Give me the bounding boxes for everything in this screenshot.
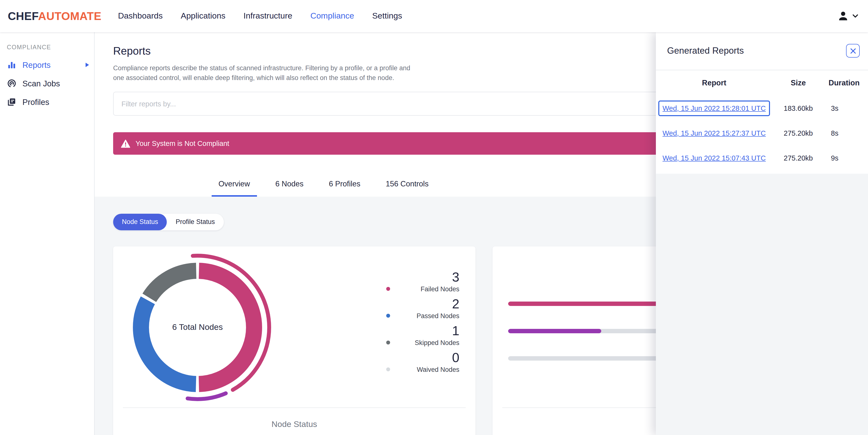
- sidebar-item-reports[interactable]: Reports: [0, 56, 94, 74]
- report-duration: 3s: [825, 104, 863, 112]
- nav-infrastructure[interactable]: Infrastructure: [244, 11, 292, 21]
- legend-label: Waived Nodes: [390, 366, 459, 373]
- node-status-donut-chart: 6 Total Nodes: [123, 253, 272, 402]
- user-menu[interactable]: [837, 10, 858, 22]
- sidebar-section-label: COMPLIANCE: [7, 44, 94, 51]
- person-icon: [837, 10, 849, 22]
- report-link[interactable]: Wed, 15 Jun 2022 15:07:43 UTC: [662, 154, 766, 162]
- warning-icon: [121, 139, 130, 148]
- legend-value: 2: [386, 297, 459, 311]
- status-toggle: Node Status Profile Status: [113, 214, 224, 230]
- waived-dot-icon: [386, 368, 390, 371]
- sidebar-item-label: Scan Jobs: [23, 79, 60, 88]
- toggle-node-status[interactable]: Node Status: [113, 214, 167, 230]
- close-icon: [850, 48, 856, 54]
- legend-item-waived: 0 Waived Nodes: [386, 350, 459, 374]
- tab-nodes[interactable]: 6 Nodes: [269, 179, 310, 197]
- bar-chart-icon: [7, 60, 17, 70]
- legend-value: 3: [386, 270, 459, 285]
- sidebar: COMPLIANCE Reports Scan Jobs: [0, 32, 95, 435]
- brand-logo[interactable]: CHEFAUTOMATE: [8, 9, 101, 23]
- legend-item-failed: 3 Failed Nodes: [386, 270, 459, 293]
- node-status-caption: Node Status: [271, 419, 317, 429]
- legend-item-skipped: 1 Skipped Nodes: [386, 323, 459, 347]
- nav-compliance[interactable]: Compliance: [310, 11, 354, 21]
- sidebar-item-label: Profiles: [23, 97, 49, 107]
- table-header-row: Report Size Duration: [657, 70, 863, 96]
- table-row: Wed, 15 Jun 2022 15:28:01 UTC 183.60kb 3…: [657, 96, 863, 120]
- report-duration: 9s: [825, 154, 863, 162]
- profiles-icon: [7, 97, 17, 107]
- severity-bar-fill: [508, 329, 601, 333]
- report-link[interactable]: Wed, 15 Jun 2022 15:28:01 UTC: [662, 104, 766, 112]
- report-tabs: Overview 6 Nodes 6 Profiles 156 Controls: [212, 179, 435, 197]
- legend-label: Failed Nodes: [390, 285, 459, 292]
- sidebar-item-scan-jobs[interactable]: Scan Jobs: [0, 74, 94, 93]
- tab-overview[interactable]: Overview: [212, 179, 257, 197]
- failed-dot-icon: [386, 287, 390, 291]
- report-size: 183.60kb: [771, 104, 825, 112]
- top-nav-bar: CHEFAUTOMATE Dashboards Applications Inf…: [0, 0, 868, 32]
- chef-automate-app: CHEFAUTOMATE Dashboards Applications Inf…: [0, 0, 868, 435]
- brand-chef: CHEF: [8, 9, 38, 22]
- primary-nav: Dashboards Applications Infrastructure C…: [118, 11, 402, 21]
- chevron-down-icon: [852, 14, 858, 18]
- donut-center-label: 6 Total Nodes: [123, 253, 272, 402]
- legend-item-passed: 2 Passed Nodes: [386, 297, 459, 320]
- toggle-profile-status[interactable]: Profile Status: [167, 214, 224, 230]
- sidebar-item-profiles[interactable]: Profiles: [0, 93, 94, 111]
- nav-dashboards[interactable]: Dashboards: [118, 11, 163, 21]
- passed-dot-icon: [386, 314, 390, 318]
- table-row: Wed, 15 Jun 2022 15:07:43 UTC 275.20kb 9…: [657, 145, 863, 170]
- report-duration: 8s: [825, 129, 863, 137]
- page-description: Compliance reports describe the status o…: [113, 63, 418, 83]
- skipped-dot-icon: [386, 341, 390, 345]
- tab-controls[interactable]: 156 Controls: [379, 179, 435, 197]
- nav-applications[interactable]: Applications: [181, 11, 225, 21]
- close-panel-button[interactable]: [846, 44, 860, 58]
- report-size: 275.20kb: [771, 129, 825, 137]
- legend-value: 0: [386, 350, 459, 365]
- report-link[interactable]: Wed, 15 Jun 2022 15:27:37 UTC: [662, 129, 766, 137]
- column-report: Report: [657, 79, 771, 87]
- node-status-card: 6 Total Nodes 3 Failed Nodes 2 Passed No…: [113, 246, 475, 435]
- legend-label: Passed Nodes: [390, 312, 459, 319]
- column-duration: Duration: [825, 79, 863, 87]
- column-size: Size: [771, 79, 825, 87]
- panel-title: Generated Reports: [667, 46, 744, 56]
- banner-text: Your System is Not Compliant: [135, 140, 229, 147]
- node-status-legend: 3 Failed Nodes 2 Passed Nodes 1 Skipped …: [386, 270, 459, 377]
- generated-reports-table: Report Size Duration Wed, 15 Jun 2022 15…: [656, 70, 868, 170]
- scan-radar-icon: [7, 79, 17, 88]
- submenu-arrow-icon: [85, 62, 89, 67]
- generated-reports-panel: Generated Reports Report Size Duration W…: [656, 32, 868, 435]
- report-size: 275.20kb: [771, 154, 825, 162]
- legend-value: 1: [386, 323, 459, 338]
- table-row: Wed, 15 Jun 2022 15:27:37 UTC 275.20kb 8…: [657, 120, 863, 145]
- brand-automate: AUTOMATE: [38, 9, 101, 22]
- legend-label: Skipped Nodes: [390, 339, 459, 346]
- focused-report-outline: Wed, 15 Jun 2022 15:28:01 UTC: [658, 100, 770, 116]
- tab-profiles[interactable]: 6 Profiles: [322, 179, 367, 197]
- nav-settings[interactable]: Settings: [372, 11, 402, 21]
- sidebar-item-label: Reports: [23, 60, 51, 69]
